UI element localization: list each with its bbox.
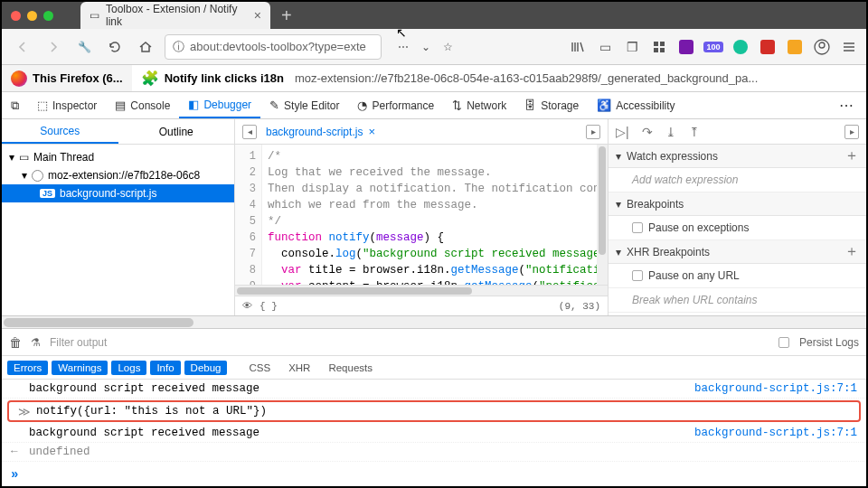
- file-tab[interactable]: background-script.js×: [266, 125, 375, 138]
- devtools-wrench-icon[interactable]: 🔧: [72, 35, 96, 59]
- filter-warnings[interactable]: Warnings: [52, 361, 108, 375]
- devtab-label: Style Editor: [284, 99, 339, 112]
- toggle-right-collapse-icon[interactable]: ▸: [844, 125, 859, 139]
- add-watch-icon[interactable]: ＋: [844, 146, 859, 165]
- editor-hscroll[interactable]: [235, 285, 608, 296]
- close-window-button[interactable]: [11, 11, 21, 21]
- js-badge-icon: JS: [40, 189, 55, 198]
- badge-100-icon[interactable]: 100: [705, 39, 722, 55]
- forward-button[interactable]: [42, 35, 65, 59]
- this-firefox-segment[interactable]: This Firefox (6...: [2, 65, 132, 91]
- step-in-icon[interactable]: ⤓: [665, 125, 676, 139]
- devtab-icon: ◧: [188, 98, 199, 111]
- code-editor[interactable]: 123456789101112 /* Log that we received …: [235, 145, 608, 285]
- breakpoints-header[interactable]: ▾Breakpoints: [609, 192, 866, 216]
- code-body[interactable]: /* Log that we received the message. The…: [262, 145, 608, 285]
- filter-info[interactable]: Info: [150, 361, 180, 375]
- svg-rect-1: [660, 42, 665, 46]
- filter-errors[interactable]: Errors: [7, 361, 48, 375]
- step-over-icon[interactable]: ↷: [642, 125, 653, 139]
- editor-vscroll[interactable]: [597, 145, 608, 285]
- toggle-right-icon[interactable]: ▸: [586, 125, 600, 139]
- bookmark-star-icon[interactable]: ☆: [443, 41, 453, 53]
- line-gutter: 123456789101112: [235, 145, 262, 285]
- filter-requests[interactable]: Requests: [321, 361, 380, 375]
- new-tab-button[interactable]: +: [270, 2, 303, 29]
- close-tab-icon[interactable]: ×: [254, 8, 261, 23]
- home-button[interactable]: [134, 35, 157, 59]
- persist-logs-checkbox[interactable]: [778, 337, 789, 348]
- sources-hscroll[interactable]: [2, 316, 866, 329]
- devtab-console[interactable]: ▤Console: [106, 92, 179, 118]
- maximize-window-button[interactable]: [43, 11, 53, 21]
- containers-icon[interactable]: ❐: [624, 39, 640, 55]
- filter-css[interactable]: CSS: [241, 361, 278, 375]
- pocket-icon[interactable]: ⌄: [421, 41, 430, 53]
- svg-rect-2: [654, 48, 658, 52]
- console-source-link[interactable]: background-script.js:7:1: [694, 427, 857, 439]
- watch-header[interactable]: ▾Watch expressions＋: [609, 145, 866, 168]
- svg-point-5: [819, 42, 825, 48]
- page-actions-icon[interactable]: ⋯: [398, 41, 409, 53]
- back-button[interactable]: [11, 35, 34, 59]
- filter-logs[interactable]: Logs: [111, 361, 146, 375]
- tab-favicon: ▭: [90, 9, 99, 22]
- scope-braces: { }: [259, 301, 278, 312]
- minimize-window-button[interactable]: [27, 11, 37, 21]
- eye-icon[interactable]: 👁: [242, 300, 252, 312]
- profile-icon[interactable]: [814, 39, 830, 55]
- tree-origin[interactable]: ▾moz-extension://e7fb218e-06c8: [2, 166, 234, 184]
- grammarly-icon[interactable]: [732, 39, 749, 55]
- devtab-network[interactable]: ⇅Network: [443, 92, 515, 118]
- devtab-inspector[interactable]: ⬚Inspector: [28, 92, 106, 118]
- pause-any-url-checkbox[interactable]: [632, 270, 643, 281]
- xhr-url-placeholder[interactable]: Break when URL contains: [632, 294, 758, 306]
- browser-tab-active[interactable]: ▭ Toolbox - Extension / Notify link ×: [80, 2, 270, 29]
- tree-main-thread[interactable]: ▾▭Main Thread: [2, 148, 234, 166]
- console-input-echo: ≫notify({url: "this is not a URL"}): [7, 400, 861, 422]
- save-icon[interactable]: [787, 39, 803, 55]
- pause-exceptions-checkbox[interactable]: [632, 222, 643, 233]
- devtab-debugger[interactable]: ◧Debugger: [179, 92, 260, 118]
- add-xhr-icon[interactable]: ＋: [844, 242, 859, 261]
- devtab-icon: ⇅: [452, 99, 462, 112]
- devtab-performance[interactable]: ◔Performance: [348, 92, 443, 118]
- console-prompt[interactable]: »: [2, 462, 866, 487]
- filter-debug[interactable]: Debug: [184, 361, 228, 375]
- svg-rect-3: [660, 48, 665, 52]
- xhr-header[interactable]: ▾XHR Breakpoints＋: [609, 240, 866, 264]
- hamburger-menu-icon[interactable]: [841, 39, 857, 55]
- filter-xhr[interactable]: XHR: [281, 361, 317, 375]
- devtab-storage[interactable]: 🗄Storage: [515, 92, 588, 118]
- devtab-accessibility[interactable]: ♿Accessibility: [588, 92, 684, 118]
- console-filter-bar: ErrorsWarningsLogsInfoDebugCSSXHRRequest…: [2, 356, 866, 380]
- watch-placeholder[interactable]: Add watch expression: [632, 174, 738, 186]
- reload-button[interactable]: [103, 35, 127, 59]
- extension-segment[interactable]: 🧩 Notify link clicks i18n moz-extension:…: [132, 65, 768, 91]
- iframe-picker-icon[interactable]: ⧉: [2, 92, 28, 118]
- info-icon[interactable]: ⓘ: [173, 39, 184, 55]
- tree-file-selected[interactable]: JSbackground-script.js: [2, 184, 234, 202]
- outline-tab[interactable]: Outline: [118, 119, 235, 144]
- lastpass-icon[interactable]: [760, 39, 776, 55]
- url-text: about:devtools-toolbox?type=exte: [190, 40, 366, 53]
- firefox-icon: [11, 70, 27, 87]
- console-source-link[interactable]: background-script.js:7:1: [694, 382, 857, 395]
- svg-rect-0: [654, 42, 658, 46]
- reader-icon[interactable]: ▭: [597, 39, 613, 55]
- devtab-style-editor[interactable]: ✎Style Editor: [260, 92, 348, 118]
- close-file-icon[interactable]: ×: [368, 125, 375, 138]
- url-bar[interactable]: ⓘ about:devtools-toolbox?type=exte: [165, 34, 382, 60]
- sources-tab[interactable]: Sources: [2, 119, 118, 144]
- filter-input[interactable]: Filter output: [50, 336, 107, 349]
- xhr-label: XHR Breakpoints: [627, 246, 710, 258]
- onenote-icon[interactable]: [678, 39, 694, 55]
- toggle-sources-icon[interactable]: ◂: [242, 125, 257, 139]
- step-out-icon[interactable]: ⤒: [689, 125, 700, 139]
- clear-console-icon[interactable]: 🗑: [9, 335, 22, 350]
- resume-icon[interactable]: ▷|: [616, 125, 629, 139]
- filter-funnel-icon[interactable]: ⚗: [31, 336, 41, 349]
- library-icon[interactable]: [570, 39, 586, 55]
- devtools-overflow-icon[interactable]: ⋯: [826, 92, 866, 118]
- grid-icon[interactable]: [651, 39, 667, 55]
